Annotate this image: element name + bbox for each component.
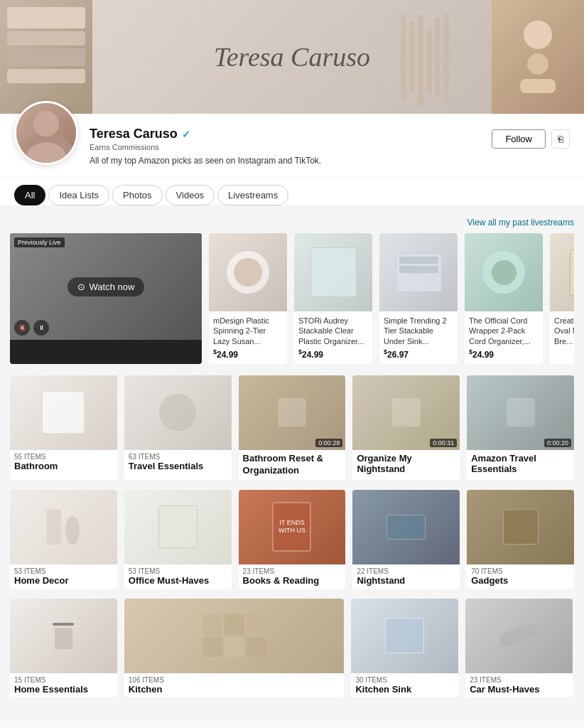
pause-button[interactable]: ⏸ (33, 320, 49, 336)
gadgets-count: 70 ITEMS (471, 567, 570, 575)
travel-video-thumb: 0:00:20 (467, 375, 574, 450)
profile-name-text: Teresa Caruso (90, 127, 178, 141)
banner-left-image (0, 0, 92, 114)
grid-row-1: 55 ITEMS Bathroom 63 ITEMS Travel Essent… (10, 375, 574, 480)
profile-section: Teresa Caruso ✓ Earns Commissions All of… (0, 114, 584, 178)
ksink-thumb (351, 599, 458, 673)
product-card-1[interactable]: mDesign Plastic Spinning 2-Tier Lazy Sus… (209, 233, 287, 364)
tab-photos[interactable]: Photos (112, 185, 162, 205)
grid-row-3: 15 ITEMS Home Essentials 106 ITEMS Kitch… (10, 599, 574, 697)
profile-info: Teresa Caruso ✓ Earns Commissions All of… (90, 122, 492, 166)
car-label: Car Must-Haves (470, 684, 568, 695)
product-name-2: STORi Audrey Stackable Clear Plastic Org… (298, 316, 368, 346)
profile-name: Teresa Caruso ✓ (90, 127, 492, 141)
share-button[interactable]: ⎗ (551, 129, 570, 149)
list-item-nightstand[interactable]: 22 ITEMS Nightstand (352, 490, 460, 589)
ksink-count: 30 ITEMS (355, 676, 454, 684)
tabs-section: All Idea Lists Photos Videos Livestreams (0, 178, 584, 206)
watch-now-button[interactable]: ⊙ Watch now (67, 277, 145, 296)
tab-idea-lists[interactable]: Idea Lists (48, 185, 109, 205)
product-name-4: The Official Cord Wrapper 2-Pack Cord Or… (469, 316, 539, 346)
nightstand-label: Nightstand (357, 575, 455, 586)
avatar-image (14, 101, 78, 165)
ksink-label: Kitchen Sink (355, 684, 454, 695)
books-thumb: IT ENDS WITH US (239, 490, 346, 564)
products-row: Previously Live ⊙ Watch now 🔇 ⏸ mDesign … (10, 233, 574, 364)
home-decor-count: 53 ITEMS (14, 567, 113, 575)
list-item-books[interactable]: IT ENDS WITH US 23 ITEMS Books & Reading (239, 490, 346, 589)
list-item-car[interactable]: 23 ITEMS Car Must-Haves (465, 599, 573, 697)
banner: Teresa Caruso (0, 0, 584, 114)
avatar (14, 101, 78, 165)
product-image-2 (294, 233, 372, 311)
home-decor-thumb (10, 490, 117, 564)
product-image-4 (465, 233, 543, 311)
svg-point-1 (33, 111, 59, 136)
video-thumbnail: Previously Live ⊙ Watch now 🔇 ⏸ (10, 233, 202, 340)
watch-now-label: Watch now (90, 282, 135, 292)
view-livestreams-link[interactable]: View all my past livestreams (467, 218, 575, 228)
list-item-bathroom-reset[interactable]: 0:00:28 Bathroom Reset & Organization (239, 375, 346, 480)
list-item-travel-video[interactable]: 0:00:20 Amazon Travel Essentials (467, 375, 574, 480)
travel-count: 63 ITEMS (129, 453, 227, 461)
follow-button[interactable]: Follow (492, 129, 546, 149)
bathroom-reset-duration: 0:00:28 (315, 439, 342, 447)
list-item-bathroom[interactable]: 55 ITEMS Bathroom (10, 375, 117, 480)
product-info-4: The Official Cord Wrapper 2-Pack Cord Or… (465, 311, 543, 364)
product-name-1: mDesign Plastic Spinning 2-Tier Lazy Sus… (213, 316, 283, 346)
product-card-2[interactable]: STORi Audrey Stackable Clear Plastic Org… (294, 233, 372, 364)
bathroom-thumb (10, 375, 117, 450)
tab-videos[interactable]: Videos (166, 185, 215, 205)
tabs: All Idea Lists Photos Videos Livestreams (14, 185, 570, 205)
mute-button[interactable]: 🔇 (14, 320, 30, 336)
list-item-travel[interactable]: 63 ITEMS Travel Essentials (124, 375, 232, 480)
tab-livestreams[interactable]: Livestreams (217, 185, 288, 205)
list-item-gadgets[interactable]: 70 ITEMS Gadgets (467, 490, 574, 589)
livestream-header: View all my past livestreams (10, 218, 574, 228)
product-price-3: $26.97 (384, 348, 453, 360)
list-item-home-decor[interactable]: 53 ITEMS Home Decor (10, 490, 117, 589)
banner-title: Teresa Caruso (214, 41, 370, 73)
list-item-home-essentials[interactable]: 15 ITEMS Home Essentials (10, 599, 117, 697)
car-count: 23 ITEMS (470, 676, 568, 684)
product-price-4: $24.99 (469, 348, 539, 360)
banner-right-image (492, 0, 584, 114)
nightstand-video-duration: 0:00:31 (430, 439, 457, 447)
gadgets-label: Gadgets (471, 575, 570, 586)
product-card-3[interactable]: Simple Trending 2 Tier Stackable Under S… (379, 233, 458, 364)
banner-mid-image: Teresa Caruso (92, 0, 492, 114)
list-item-nightstand-video[interactable]: 0:00:31 Organize My Nightstand (352, 375, 460, 480)
travel-info: 63 ITEMS Travel Essentials (124, 450, 232, 474)
product-card-4[interactable]: The Official Cord Wrapper 2-Pack Cord Or… (465, 233, 543, 364)
nightstand-count: 22 ITEMS (357, 567, 455, 575)
product-image-3 (379, 233, 458, 311)
list-item-office[interactable]: 53 ITEMS Office Must-Haves (124, 490, 232, 589)
grid-row-2: 53 ITEMS Home Decor 53 ITEMS Office Must… (10, 490, 574, 589)
bathroom-label: Bathroom (14, 461, 113, 471)
travel-label: Travel Essentials (129, 461, 227, 471)
list-item-kitchen-sink[interactable]: 30 ITEMS Kitchen Sink (351, 599, 458, 697)
product-card-5[interactable]: Creative Co-Op DF: Oval Metal Lid Bre... (550, 233, 574, 364)
tab-all[interactable]: All (14, 185, 45, 205)
profile-earns-label: Earns Commissions (90, 143, 492, 151)
play-icon: ⊙ (77, 282, 85, 292)
kitchen-thumb (124, 599, 345, 673)
bathroom-reset-thumb: 0:00:28 (239, 375, 346, 450)
nightstand-thumb (352, 490, 460, 564)
home-ess-thumb (10, 599, 117, 673)
list-item-kitchen[interactable]: 106 ITEMS Kitchen (124, 599, 345, 697)
nightstand-video-info: Organize My Nightstand (352, 450, 460, 477)
product-info-5: Creative Co-Op DF: Oval Metal Lid Bre... (550, 311, 574, 350)
bathroom-reset-label: Bathroom Reset & Organization (243, 453, 342, 477)
product-info-1: mDesign Plastic Spinning 2-Tier Lazy Sus… (209, 311, 287, 364)
main-content: View all my past livestreams Previously … (0, 206, 584, 719)
video-card[interactable]: Previously Live ⊙ Watch now 🔇 ⏸ (10, 233, 202, 364)
home-ess-count: 15 ITEMS (14, 676, 113, 684)
previously-live-badge: Previously Live (14, 237, 65, 247)
home-decor-label: Home Decor (14, 575, 113, 586)
home-ess-label: Home Essentials (14, 684, 113, 695)
bathroom-reset-info: Bathroom Reset & Organization (239, 450, 346, 480)
travel-thumb (124, 375, 232, 450)
product-name-5: Creative Co-Op DF: Oval Metal Lid Bre... (554, 316, 574, 346)
nightstand-video-label: Organize My Nightstand (357, 453, 455, 474)
